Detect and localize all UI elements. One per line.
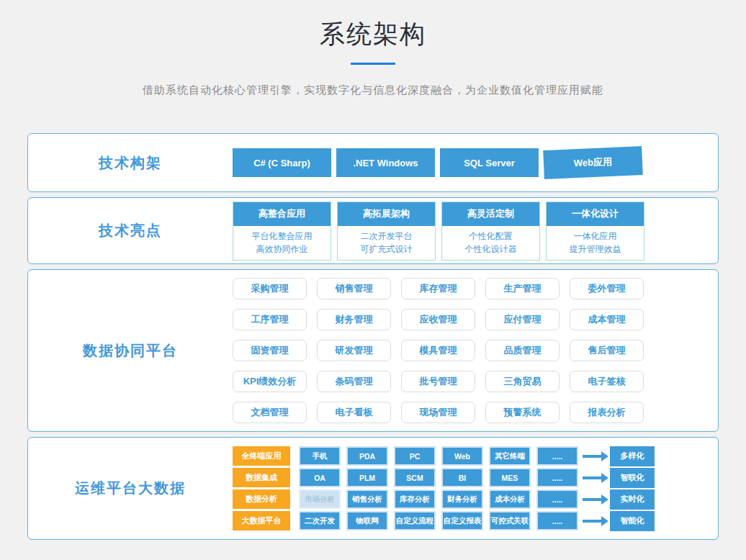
section-label-area: 数据协同平台 [28, 341, 233, 361]
ops-cell-cost-analysis[interactable]: 成本分析 [489, 489, 531, 509]
ops-row-integration: 数据集成 OA PLM SCM BI MES ..... 智联化 [233, 468, 655, 488]
section-label-tech-highlights: 技术亮点 [99, 222, 162, 238]
ops-cell-mobile[interactable]: 手机 [299, 446, 341, 466]
ops-cell-web[interactable]: Web [441, 446, 483, 466]
highlight-cards: 高整合应用 平台化整合应用 高效协同作业 高拓展架构 二次开发平台 可扩充式设计… [233, 202, 644, 261]
framework-button-sqlserver[interactable]: SQL Server [440, 148, 539, 177]
ops-row-terminals: 全终端应用 手机 PDA PC Web 其它终端 ..... 多样化 [233, 446, 655, 466]
ops-row-bigdata: 大数据平台 二次开发 物联网 自定义流程 自定义报表 可控式关联 ..... 智… [233, 511, 655, 531]
highlight-card-title: 高整合应用 [233, 202, 331, 226]
highlight-card-integration: 高整合应用 平台化整合应用 高效协同作业 [233, 202, 331, 261]
ops-cell-custom-workflow[interactable]: 自定义流程 [394, 511, 436, 530]
ops-cell-ellipsis: ..... [536, 511, 578, 530]
section-data-platform: 数据协同平台 采购管理 销售管理 库存管理 生产管理 委外管理 工序管理 财务管… [27, 269, 719, 432]
section-tech-highlights: 技术亮点 高整合应用 平台化整合应用 高效协同作业 高拓展架构 二次开发平台 可… [27, 197, 719, 264]
ops-cell-ellipsis: ..... [536, 446, 578, 466]
ops-cell-ellipsis: ..... [536, 489, 578, 509]
flow-arrow-icon [583, 516, 608, 526]
highlight-card-body: 二次开发平台 可扩充式设计 [338, 226, 435, 260]
ops-category-label: 全终端应用 [233, 446, 290, 466]
ops-cell-custom-report[interactable]: 自定义报表 [441, 511, 483, 530]
module-chip-payables[interactable]: 应付管理 [485, 309, 560, 330]
ops-cell-controllable-link[interactable]: 可控式关联 [489, 511, 531, 530]
highlight-line: 提升管理效益 [547, 243, 644, 256]
module-chip-alert[interactable]: 预警系统 [485, 402, 560, 423]
module-chip-onsite[interactable]: 现场管理 [401, 402, 475, 423]
ops-category-label: 数据分析 [233, 489, 290, 509]
highlight-card-body: 个性化配置 个性化设计器 [442, 226, 539, 260]
ops-cell-pc[interactable]: PC [394, 446, 436, 466]
module-chip-barcode[interactable]: 条码管理 [317, 371, 391, 392]
module-chip-cost[interactable]: 成本管理 [570, 309, 644, 330]
section-label-area: 技术构架 [28, 153, 233, 173]
section-label-area: 运维平台大数据 [28, 479, 233, 498]
highlight-card-title: 高拓展架构 [338, 202, 435, 226]
ops-cell-iot[interactable]: 物联网 [346, 511, 388, 530]
framework-button-csharp[interactable]: C# (C Sharp) [233, 148, 331, 177]
flow-arrow-icon [583, 494, 608, 505]
ops-cell-pda[interactable]: PDA [346, 446, 388, 466]
module-chip-outsourcing[interactable]: 委外管理 [570, 278, 644, 299]
module-chip-finance[interactable]: 财务管理 [317, 309, 391, 330]
highlight-line: 高效协同作业 [233, 243, 331, 256]
ops-cell-other-terminals[interactable]: 其它终端 [489, 446, 531, 466]
module-chip-fixed-assets[interactable]: 固资管理 [233, 340, 307, 361]
highlight-card-unified: 一体化设计 一体化应用 提升管理效益 [546, 202, 644, 261]
ops-category-label: 数据集成 [233, 468, 290, 487]
highlight-line: 个性化配置 [442, 230, 539, 243]
section-label-ops-platform: 运维平台大数据 [75, 480, 186, 496]
highlight-line: 平台化整合应用 [233, 230, 331, 243]
highlight-card-title: 高灵活定制 [442, 202, 539, 226]
highlight-card-body: 平台化整合应用 高效协同作业 [233, 226, 331, 260]
ops-result-intelligent: 智能化 [610, 511, 655, 531]
ops-cell-plm[interactable]: PLM [346, 468, 388, 487]
ops-cell-sales-analysis[interactable]: 销售分析 [346, 489, 388, 509]
module-chip-production[interactable]: 生产管理 [485, 278, 560, 299]
module-chip-mold[interactable]: 模具管理 [401, 340, 475, 361]
module-chip-purchasing[interactable]: 采购管理 [233, 278, 307, 299]
module-grid: 采购管理 销售管理 库存管理 生产管理 委外管理 工序管理 财务管理 应收管理 … [233, 278, 644, 423]
page-title: 系统架构 [0, 0, 746, 51]
module-chip-document[interactable]: 文档管理 [233, 402, 307, 423]
module-chip-quality[interactable]: 品质管理 [485, 340, 560, 361]
module-chip-sales[interactable]: 销售管理 [317, 278, 391, 299]
ops-result-interconnected: 智联化 [610, 468, 655, 488]
ops-cell-ellipsis: ..... [536, 468, 578, 487]
framework-buttons: C# (C Sharp) .NET Windows SQL Server Web… [233, 148, 642, 177]
module-chip-rnd[interactable]: 研发管理 [317, 340, 391, 361]
flow-arrow-icon [583, 473, 608, 483]
module-chip-kpi[interactable]: KPI绩效分析 [233, 371, 307, 392]
framework-button-dotnet[interactable]: .NET Windows [336, 148, 435, 177]
highlight-line: 可扩充式设计 [338, 243, 435, 256]
module-chip-esign[interactable]: 电子签核 [570, 371, 644, 392]
module-chip-report[interactable]: 报表分析 [570, 402, 644, 423]
ops-category-label: 大数据平台 [233, 511, 290, 530]
sections-container: 技术构架 C# (C Sharp) .NET Windows SQL Serve… [0, 133, 746, 540]
framework-button-web[interactable]: Web应用 [543, 146, 643, 179]
module-chip-aftersales[interactable]: 售后管理 [570, 340, 644, 361]
ops-cell-inventory-analysis[interactable]: 库存分析 [394, 489, 436, 509]
module-chip-process[interactable]: 工序管理 [233, 309, 307, 330]
section-label-data-platform: 数据协同平台 [83, 343, 178, 358]
ops-cell-market-analysis[interactable]: 市场分析 [299, 489, 341, 509]
module-chip-kanban[interactable]: 电子看板 [317, 402, 391, 423]
module-chip-batch[interactable]: 批号管理 [401, 371, 475, 392]
highlight-card-flexibility: 高灵活定制 个性化配置 个性化设计器 [441, 202, 540, 261]
module-chip-receivables[interactable]: 应收管理 [401, 309, 475, 330]
section-label-area: 技术亮点 [28, 221, 233, 240]
module-chip-inventory[interactable]: 库存管理 [401, 278, 475, 299]
ops-cell-mes[interactable]: MES [489, 468, 531, 487]
ops-result-diversified: 多样化 [610, 446, 655, 466]
ops-cell-finance-analysis[interactable]: 财务分析 [441, 489, 483, 509]
module-chip-triangular-trade[interactable]: 三角贸易 [485, 371, 560, 392]
highlight-card-body: 一体化应用 提升管理效益 [547, 226, 644, 260]
section-tech-framework: 技术构架 C# (C Sharp) .NET Windows SQL Serve… [27, 133, 719, 192]
ops-cell-bi[interactable]: BI [441, 468, 483, 487]
ops-cell-oa[interactable]: OA [299, 468, 341, 487]
ops-row-analysis: 数据分析 市场分析 销售分析 库存分析 财务分析 成本分析 ..... 实时化 [233, 489, 655, 510]
highlight-line: 二次开发平台 [338, 230, 435, 243]
system-architecture-page: 系统架构 借助系统自动化核心管理引擎，实现数字化与信息化深度融合，为企业数值化管… [0, 0, 746, 560]
ops-cell-secondary-dev[interactable]: 二次开发 [299, 511, 341, 530]
ops-cell-scm[interactable]: SCM [394, 468, 436, 487]
highlight-card-title: 一体化设计 [547, 202, 644, 226]
